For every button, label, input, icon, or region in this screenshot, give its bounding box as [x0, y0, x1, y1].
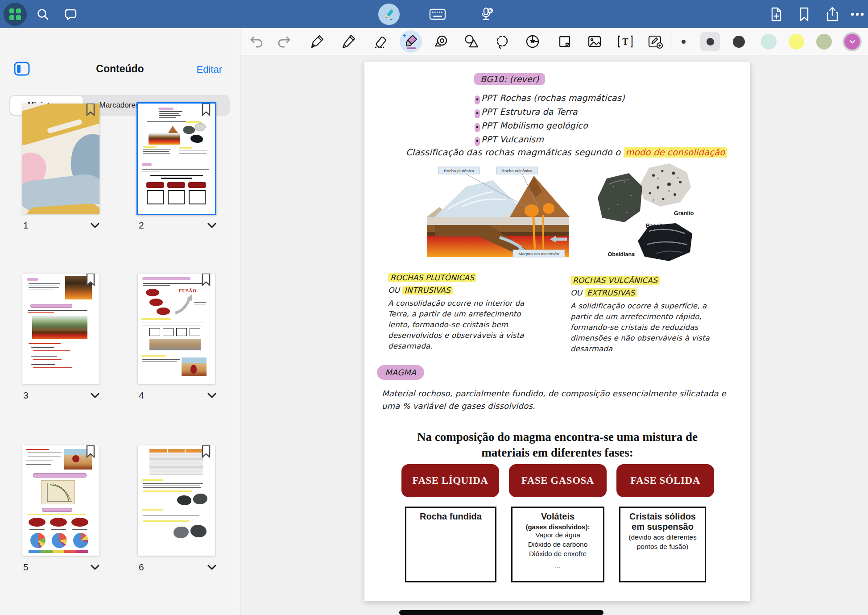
keyboard-icon: [429, 8, 446, 21]
header-note: BG10: (rever): [474, 74, 545, 84]
image-icon: [587, 33, 603, 50]
volcanic-body: A solidificação ocorre à superfície, a p…: [570, 301, 713, 354]
solid-detail-box: Cristais sólidos em suspensão (devido ao…: [619, 507, 706, 582]
stroke-size-medium[interactable]: [699, 28, 721, 55]
plutonic-title: ROCHAS PLUTÓNICAS: [388, 273, 476, 282]
chevron-down-icon: [207, 393, 216, 398]
horizontal-scrollbar[interactable]: [399, 610, 603, 615]
page-2-number: 2: [139, 220, 144, 231]
undo-icon: [249, 35, 264, 48]
page-4-number: 4: [139, 390, 144, 401]
page-2-thumbnail[interactable]: [136, 102, 216, 215]
classification-heading: Classificação das rochas magmáticas segu…: [406, 147, 727, 158]
diagram-label-volcanic: Rocha vulcânica: [501, 168, 533, 173]
zoom-tool-icon: [647, 33, 664, 50]
phase-box-solid: FASE SÓLIDA: [616, 464, 714, 497]
highlighter-tool[interactable]: [398, 28, 423, 55]
page-bookmark-icon: [86, 445, 95, 459]
phases-heading: Na composição do magma encontra-se uma m…: [364, 429, 750, 461]
shapes-tool[interactable]: [459, 28, 484, 55]
chevron-down-icon: [91, 565, 99, 570]
pencil-mode-icon: [378, 4, 400, 25]
add-page-icon: [769, 7, 783, 22]
sticker-tool[interactable]: [520, 28, 545, 55]
chevron-down-icon: [91, 393, 99, 398]
add-page-button[interactable]: [765, 0, 788, 28]
gas-detail-box: Voláteis (gases dissolvidos): Vapor de á…: [511, 507, 604, 582]
highlighter-icon: [402, 33, 420, 50]
svg-text:T: T: [622, 37, 628, 46]
bookmark-icon: [798, 7, 810, 22]
diagram-label-magma: Magma em ascensão: [519, 251, 559, 256]
text-tool[interactable]: T: [613, 28, 638, 55]
pen-mode-button[interactable]: [378, 0, 400, 28]
small-dot-icon: [682, 40, 686, 44]
page-4-menu-button[interactable]: [205, 389, 219, 402]
redo-button[interactable]: [272, 28, 297, 55]
edit-button[interactable]: Editar: [197, 64, 222, 75]
page-5-menu-button[interactable]: [88, 561, 102, 573]
ai-chat-button[interactable]: [60, 0, 82, 28]
tape-icon: [433, 33, 449, 50]
stroke-size-large[interactable]: [727, 28, 750, 55]
rock-samples-image: Granito Basalto Obsidiana: [587, 160, 702, 267]
more-icon: [850, 12, 864, 17]
page-3-menu-button[interactable]: [88, 389, 102, 402]
page-3-thumbnail[interactable]: [22, 274, 99, 384]
page-4-thumbnail[interactable]: FUSÃO: [138, 274, 215, 384]
color-swatch-pink-selected[interactable]: [844, 34, 860, 50]
list-item: •PPT Mobilismo geológico: [475, 119, 625, 133]
diagram-label-plutonic: Rocha plutónica: [444, 168, 475, 173]
more-button[interactable]: [847, 0, 868, 28]
zoom-window-tool[interactable]: [643, 28, 668, 55]
eraser-icon: [372, 33, 388, 50]
sidebar: Conteúdo Editar Miniaturas Marcadores Re…: [0, 28, 240, 615]
document-canvas[interactable]: BG10: (rever) •PPT Rochas (rochas magmát…: [240, 55, 868, 615]
color-swatch-green[interactable]: [816, 34, 832, 50]
bullet-highlight: •: [475, 123, 480, 132]
plutonic-alt-title: INTRUSIVAS: [402, 286, 453, 295]
pencil-tool[interactable]: [336, 28, 361, 55]
eraser-tool[interactable]: [367, 28, 392, 55]
note-page[interactable]: BG10: (rever) •PPT Rochas (rochas magmát…: [364, 62, 750, 601]
search-icon: [36, 8, 50, 21]
phase-box-gas: FASE GASOSA: [509, 464, 607, 497]
chevron-down-icon: [207, 565, 216, 570]
pen-toolbar: T: [240, 28, 868, 55]
sticky-notes-tool[interactable]: [552, 28, 577, 55]
page-6-thumbnail[interactable]: [138, 445, 215, 556]
bookmark-button[interactable]: [793, 0, 815, 28]
page-6-menu-button[interactable]: [205, 561, 219, 573]
ppt-list: •PPT Rochas (rochas magmáticas) •PPT Est…: [475, 91, 625, 146]
pen-tool[interactable]: [305, 28, 330, 55]
apps-grid-button[interactable]: [3, 0, 27, 28]
chevron-down-icon: [91, 223, 99, 228]
volcanic-alt-title: EXTRUSIVAS: [585, 288, 637, 297]
stroke-size-small[interactable]: [673, 28, 694, 55]
plutonic-text-block: ROCHAS PLUTÓNICAS OU INTRUSIVAS A consol…: [388, 272, 526, 352]
rock-label-obsidian: Obsidiana: [608, 251, 635, 258]
mic-muted-icon: [479, 6, 495, 22]
share-button[interactable]: [821, 0, 844, 28]
pen-icon: [310, 33, 326, 50]
page-bookmark-icon: [201, 274, 211, 287]
lasso-tool[interactable]: [490, 28, 515, 55]
large-dot-icon: [733, 36, 745, 48]
color-swatch-mint[interactable]: [761, 34, 777, 50]
page-1-menu-button[interactable]: [88, 219, 102, 232]
color-swatch-yellow[interactable]: [789, 34, 804, 50]
page-5-thumbnail[interactable]: [22, 445, 99, 556]
image-tool[interactable]: [582, 28, 607, 55]
top-navbar: [0, 0, 868, 28]
page-2-menu-button[interactable]: [205, 219, 219, 232]
mic-button[interactable]: [475, 0, 498, 28]
shapes-icon: [463, 33, 480, 50]
tape-tool[interactable]: [429, 28, 454, 55]
page-5-number: 5: [23, 562, 29, 573]
keyboard-button[interactable]: [426, 0, 449, 28]
undo-button[interactable]: [244, 28, 269, 55]
list-item: •PPT Estrutura da Terra: [475, 105, 625, 119]
apps-grid-icon: [4, 3, 27, 26]
page-1-thumbnail[interactable]: [22, 104, 99, 214]
search-button[interactable]: [32, 0, 54, 28]
